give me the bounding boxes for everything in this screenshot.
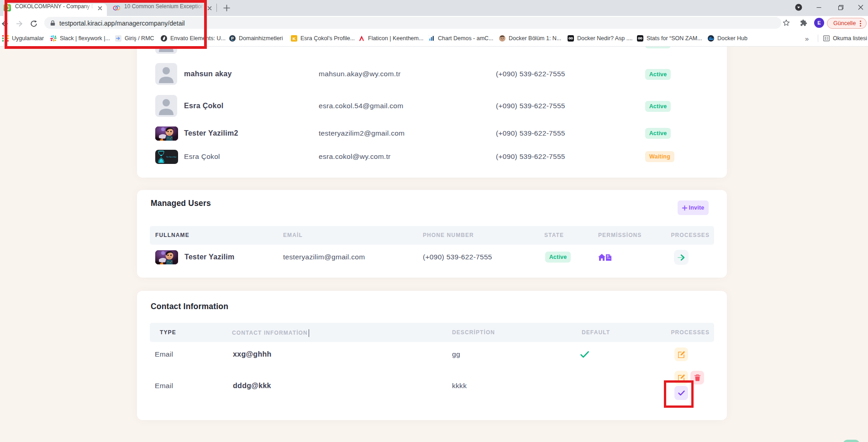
- default-check-icon: [580, 351, 589, 358]
- file-icon: [606, 254, 611, 261]
- user-name: Tester Yazilim2: [184, 128, 238, 139]
- managed-user-phone: (+090) 539-622-7555: [423, 252, 492, 263]
- user-name: Esra Çokol: [184, 151, 220, 162]
- bookmark-star-icon[interactable]: [783, 19, 790, 26]
- person-silhouette-icon: [155, 95, 177, 117]
- person-silhouette-icon: [155, 63, 177, 85]
- contact-description: gg: [452, 349, 460, 360]
- open-user-button[interactable]: [674, 250, 689, 265]
- contact-type: Email: [155, 349, 173, 360]
- dark-circles-icon: [568, 35, 574, 42]
- user-email: mahsun.akay@wy.com.tr: [319, 68, 400, 79]
- user-phone: (+090) 539-622-7555: [496, 128, 565, 139]
- chart-bars-icon: [428, 35, 435, 42]
- user-email: esra.cokol.54@gmail.com: [319, 100, 403, 111]
- bookmarks-divider: [818, 35, 818, 42]
- bookmark-item[interactable]: Stats for “SON ZAM...: [637, 32, 702, 45]
- media-chevron-icon: [795, 4, 802, 11]
- close-x-icon: [858, 5, 863, 10]
- contact-info-value: dddg@kkk: [233, 380, 271, 391]
- status-badge: Active: [645, 101, 671, 112]
- col-default: DEFAULT: [582, 329, 610, 336]
- new-tab-button[interactable]: [223, 4, 231, 12]
- media-controls-button[interactable]: [788, 0, 809, 15]
- col-phone: PHONE NUMBER: [423, 232, 474, 238]
- restore-button[interactable]: [830, 0, 851, 15]
- window-close-button[interactable]: [850, 0, 868, 15]
- bookmark-item[interactable]: Flaticon | Keenthem...: [358, 32, 423, 45]
- bookmark-item[interactable]: Docker Nedir? Asp ....: [568, 32, 633, 45]
- avatar-photo-image: [155, 126, 178, 141]
- col-state: STATE: [544, 232, 564, 238]
- section-title: Managed Users: [151, 199, 211, 208]
- svg-text:P: P: [231, 36, 234, 41]
- bookmark-item[interactable]: Docker Hub: [708, 32, 747, 45]
- col-fullname: FULLNAME: [155, 232, 189, 238]
- edit-contact-button[interactable]: [674, 347, 688, 361]
- bookmarks-overflow-button[interactable]: »: [805, 32, 808, 45]
- avatar-photo: [155, 250, 178, 264]
- floating-chat-button[interactable]: [843, 440, 860, 442]
- letter-k-icon: K: [291, 35, 297, 42]
- annotation-rect-confirm: [664, 380, 694, 408]
- check-icon: [580, 351, 589, 358]
- update-button[interactable]: Güncelle: [827, 18, 867, 29]
- col-type: TYPE: [160, 329, 176, 336]
- user-email: testeryazilim2@gmail.com: [319, 128, 405, 139]
- status-badge: Waiting: [645, 151, 674, 162]
- invite-button[interactable]: Invite: [678, 200, 709, 215]
- status-badge: Active: [545, 252, 571, 263]
- profile-avatar[interactable]: E: [814, 18, 824, 28]
- user-name: Esra Çokol: [184, 100, 224, 111]
- section-title: Contact Information: [151, 302, 228, 311]
- page-content: Active mahsun akay mahsun.akay@wy.com.tr…: [0, 0, 868, 442]
- tab-close-icon[interactable]: [206, 5, 213, 11]
- avatar-photo: The Time is Now: [155, 150, 178, 164]
- col-permissions: PERMİSSİONS: [598, 232, 642, 238]
- col-description: DESCRİPTİON: [452, 329, 495, 336]
- avatar-photo-image: The Time is Now: [155, 150, 178, 164]
- minimize-icon: [816, 5, 821, 10]
- puzzle-icon: [800, 19, 807, 26]
- trash-icon: [694, 374, 700, 381]
- user-phone: (+090) 539-622-7555: [496, 68, 565, 79]
- contact-info-card: Contact Information TYPE CONTACT INFORMA…: [137, 291, 727, 420]
- menu-dots-icon: [860, 21, 861, 26]
- bookmark-item[interactable]: Docker Bölüm 1: N...: [499, 32, 561, 45]
- contact-description: kkkk: [452, 380, 467, 391]
- bookmark-item[interactable]: K Esra Çokol's Profile...: [291, 32, 355, 45]
- contact-type: Email: [155, 380, 173, 391]
- edit-pencil-icon: [678, 351, 685, 358]
- minimize-button[interactable]: [808, 0, 829, 15]
- face-avatar-icon: [499, 35, 505, 42]
- col-contact-info: CONTACT INFORMATİON: [232, 329, 309, 337]
- permission-home-icon: [598, 254, 605, 261]
- bookmark-item[interactable]: Chart Demos - amC...: [428, 32, 494, 45]
- star-icon: [783, 19, 790, 26]
- extensions-puzzle-icon[interactable]: [800, 19, 807, 26]
- managed-users-card: Managed Users FULLNAME EMAİL PHONE NUMBE…: [137, 190, 727, 278]
- flaticon-icon: [358, 35, 365, 42]
- arrow-right-icon: [678, 254, 685, 261]
- bookmark-item[interactable]: P Domainhizmetleri: [229, 32, 283, 45]
- avatar: [155, 95, 177, 117]
- reading-list-button[interactable]: Okuma listesi: [823, 32, 867, 45]
- contact-info-value: xxg@ghhh: [233, 349, 272, 360]
- letter-p-icon: P: [229, 35, 236, 42]
- plus-icon: [223, 4, 231, 12]
- tab-separator: [216, 4, 217, 12]
- managed-user-email: testeryazilim@gmail.com: [283, 252, 365, 263]
- svg-text:The Time is Now: The Time is Now: [166, 156, 177, 158]
- managed-user-name: Tester Yazilim: [184, 252, 234, 263]
- annotation-rect-tabs: [5, 0, 207, 49]
- avatar: [155, 63, 177, 85]
- user-phone: (+090) 539-622-7555: [496, 100, 565, 111]
- docker-whale-icon: [708, 35, 714, 42]
- avatar-photo: [155, 126, 178, 141]
- update-label: Güncelle: [833, 20, 856, 26]
- plus-icon: [682, 205, 687, 210]
- svg-text:K: K: [293, 37, 296, 41]
- avatar-photo-image: [155, 250, 178, 264]
- permission-file-icon: [606, 254, 611, 261]
- status-badge: Active: [645, 128, 671, 139]
